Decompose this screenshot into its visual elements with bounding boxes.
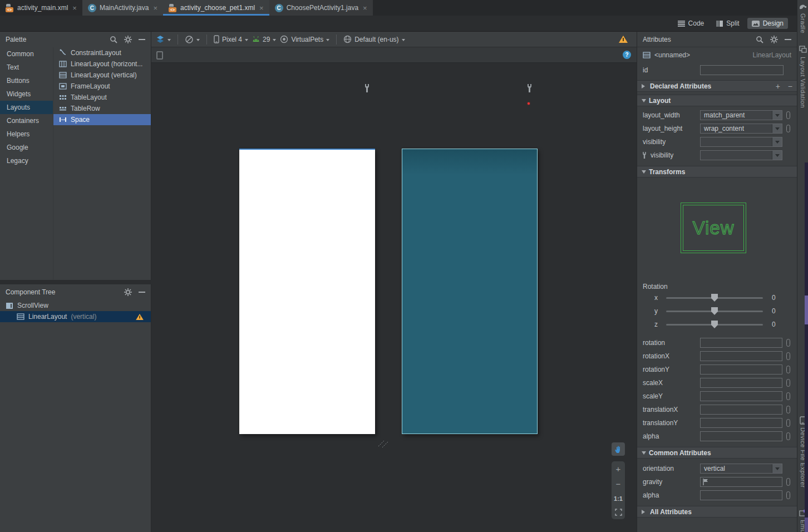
resource-picker-icon[interactable] bbox=[786, 366, 790, 373]
item-linearlayout-horizontal[interactable]: LinearLayout (horizont... bbox=[53, 58, 151, 70]
design-surface-selector[interactable] bbox=[156, 35, 171, 43]
remove-attribute-icon[interactable]: − bbox=[788, 82, 792, 91]
chevron-down-icon[interactable] bbox=[772, 124, 782, 133]
close-icon[interactable]: × bbox=[72, 4, 77, 12]
item-constraintlayout[interactable]: ConstraintLayout bbox=[53, 47, 151, 58]
design-surface[interactable]: + − 1:1 bbox=[151, 63, 637, 532]
declared-attributes-section[interactable]: Declared Attributes + − bbox=[637, 80, 797, 92]
layout-height-dropdown[interactable]: wrap_content bbox=[700, 124, 782, 134]
design-view-button[interactable]: Design bbox=[747, 18, 788, 29]
device-selector[interactable]: Pixel 4 bbox=[214, 35, 248, 43]
common-alpha-input[interactable] bbox=[700, 490, 782, 500]
category-helpers[interactable]: Helpers bbox=[0, 127, 53, 141]
translationx-input[interactable] bbox=[700, 405, 782, 415]
resource-picker-icon[interactable] bbox=[786, 392, 790, 400]
resource-picker-icon[interactable] bbox=[786, 111, 790, 119]
warning-icon[interactable] bbox=[136, 313, 144, 319]
rotationx-input[interactable] bbox=[700, 351, 782, 361]
orientation-selector[interactable] bbox=[185, 35, 200, 44]
alpha-input[interactable] bbox=[700, 431, 782, 441]
tree-item-scrollview[interactable]: ScrollView bbox=[0, 300, 151, 311]
api-level-selector[interactable]: 29 bbox=[252, 36, 276, 43]
rotation-y-slider[interactable] bbox=[666, 311, 763, 312]
chevron-down-icon[interactable] bbox=[772, 137, 782, 146]
resource-picker-icon[interactable] bbox=[786, 339, 790, 347]
gradle-icon[interactable] bbox=[799, 4, 807, 11]
tab-mainactivity-java[interactable]: C MainActivity.java × bbox=[82, 0, 163, 16]
all-attributes-section[interactable]: All Attributes bbox=[637, 506, 797, 518]
category-google[interactable]: Google bbox=[0, 141, 53, 154]
tool-tab-gradle[interactable]: Gradle bbox=[800, 13, 806, 33]
tab-activity-choose-pet1-xml[interactable]: <> activity_choose_pet1.xml × bbox=[163, 0, 269, 16]
orientation-dropdown[interactable]: vertical bbox=[700, 464, 782, 474]
transforms-section[interactable]: Transforms bbox=[637, 166, 797, 178]
item-space[interactable]: Space bbox=[53, 114, 151, 125]
item-framelayout[interactable]: FrameLayout bbox=[53, 81, 151, 92]
gravity-input[interactable] bbox=[700, 477, 782, 487]
rotationy-input[interactable] bbox=[700, 364, 782, 375]
split-view-button[interactable]: Split bbox=[712, 18, 743, 29]
tools-visibility-dropdown[interactable] bbox=[700, 150, 782, 160]
slider-thumb[interactable] bbox=[711, 321, 718, 328]
category-containers[interactable]: Containers bbox=[0, 114, 53, 127]
help-icon[interactable]: ? bbox=[623, 51, 631, 59]
blueprint-view-phone[interactable] bbox=[402, 149, 538, 434]
zoom-actual-button[interactable]: 1:1 bbox=[614, 495, 623, 502]
design-view-phone[interactable] bbox=[239, 149, 375, 434]
rotation-x-slider[interactable] bbox=[666, 297, 763, 299]
minimize-icon[interactable] bbox=[785, 36, 791, 43]
close-icon[interactable]: × bbox=[153, 4, 157, 12]
layout-section[interactable]: Layout bbox=[637, 95, 797, 106]
panel-splitter[interactable] bbox=[0, 280, 151, 284]
item-tablelayout[interactable]: TableLayout bbox=[53, 92, 151, 103]
pan-tool-button[interactable] bbox=[612, 442, 625, 456]
resource-picker-icon[interactable] bbox=[786, 432, 790, 440]
tool-tab-layout-validation[interactable]: Layout Validation bbox=[800, 57, 806, 108]
common-attributes-section[interactable]: Common Attributes bbox=[637, 447, 797, 459]
category-text[interactable]: Text bbox=[0, 61, 53, 74]
tab-activity-main-xml[interactable]: <> activity_main.xml × bbox=[0, 0, 82, 16]
category-common[interactable]: Common bbox=[0, 47, 53, 61]
item-linearlayout-vertical[interactable]: LinearLayout (vertical) bbox=[53, 70, 151, 81]
chevron-down-icon[interactable] bbox=[772, 111, 782, 120]
close-icon[interactable]: × bbox=[363, 4, 367, 12]
zoom-out-button[interactable]: − bbox=[616, 480, 621, 488]
resource-picker-icon[interactable] bbox=[786, 491, 790, 499]
resource-picker-icon[interactable] bbox=[786, 478, 790, 486]
code-view-button[interactable]: Code bbox=[673, 18, 709, 29]
item-tablerow[interactable]: TableRow bbox=[53, 103, 151, 114]
category-legacy[interactable]: Legacy bbox=[0, 154, 53, 168]
gear-icon[interactable] bbox=[770, 36, 778, 43]
locale-selector[interactable]: Default (en-us) bbox=[343, 35, 405, 43]
add-attribute-icon[interactable]: + bbox=[776, 82, 780, 91]
scalex-input[interactable] bbox=[700, 378, 782, 388]
id-input[interactable] bbox=[700, 65, 784, 75]
gear-icon[interactable] bbox=[124, 36, 132, 43]
slider-thumb[interactable] bbox=[711, 307, 718, 315]
zoom-in-button[interactable]: + bbox=[616, 465, 621, 473]
device-frame-icon[interactable] bbox=[156, 51, 164, 60]
search-icon[interactable] bbox=[110, 36, 117, 43]
close-icon[interactable]: × bbox=[259, 4, 264, 12]
resource-picker-icon[interactable] bbox=[786, 419, 790, 427]
visibility-dropdown[interactable] bbox=[700, 137, 782, 147]
chevron-down-icon[interactable] bbox=[772, 464, 782, 473]
resource-picker-icon[interactable] bbox=[786, 406, 790, 413]
rotation-input[interactable] bbox=[700, 338, 782, 348]
gear-icon[interactable] bbox=[124, 288, 132, 296]
category-buttons[interactable]: Buttons bbox=[0, 74, 53, 87]
slider-thumb[interactable] bbox=[711, 294, 718, 302]
layout-warning-icon[interactable] bbox=[619, 36, 628, 43]
theme-selector[interactable]: VirtualPets bbox=[280, 35, 329, 43]
layout-width-dropdown[interactable]: match_parent bbox=[700, 110, 782, 120]
flag-icon[interactable] bbox=[703, 479, 709, 485]
translationy-input[interactable] bbox=[700, 418, 782, 428]
zoom-to-fit-icon[interactable] bbox=[615, 509, 622, 516]
minimize-icon[interactable] bbox=[139, 36, 145, 43]
search-icon[interactable] bbox=[756, 36, 763, 43]
resource-picker-icon[interactable] bbox=[786, 125, 790, 132]
chevron-down-icon[interactable] bbox=[772, 151, 782, 160]
rotation-z-slider[interactable] bbox=[666, 324, 763, 326]
tab-choosepetactivity1-java[interactable]: C ChoosePetActivity1.java × bbox=[269, 0, 373, 16]
category-layouts[interactable]: Layouts bbox=[0, 101, 53, 114]
